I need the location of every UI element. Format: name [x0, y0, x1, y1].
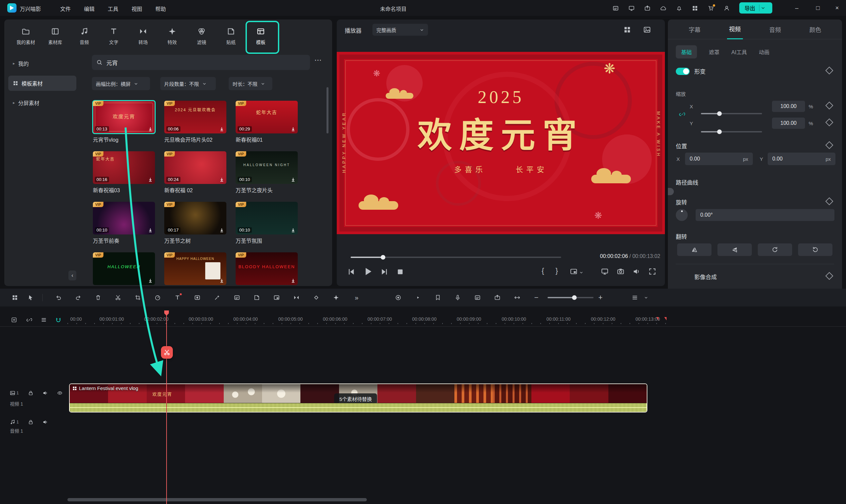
next-frame-button[interactable]: [381, 268, 388, 276]
rotate-value[interactable]: 0.00°: [695, 209, 834, 221]
template-card[interactable]: 欢度元宵 VIP 00:13 元宵节vlog: [93, 101, 155, 143]
text-tool-icon[interactable]: [172, 292, 183, 303]
pos-x-input[interactable]: 0.00px: [685, 152, 753, 165]
scale-y-slider[interactable]: [701, 131, 762, 132]
account-icon[interactable]: [722, 3, 732, 13]
template-thumbnail[interactable]: VIP00:10: [93, 202, 155, 234]
template-thumbnail[interactable]: 蛇年大吉VIP00:16: [93, 151, 155, 184]
cart-icon[interactable]: [706, 3, 716, 13]
tab-transitions[interactable]: 转场: [129, 23, 157, 51]
chevron-down-icon[interactable]: [640, 292, 652, 303]
tab-color[interactable]: 颜色: [807, 20, 823, 39]
crop-icon[interactable]: [132, 292, 143, 303]
speech-to-text-icon[interactable]: [472, 292, 483, 303]
timeline-clip[interactable]: Lantern Festival event vlog 欢度元宵 5个素材待替换: [69, 383, 647, 413]
media-grid-icon[interactable]: [9, 292, 20, 303]
keyframe-icon[interactable]: [311, 292, 322, 303]
marker-icon[interactable]: [432, 292, 443, 303]
filter-aspect-ratio[interactable]: 画幅比例：横屏: [92, 77, 150, 90]
keyframe-diamond-icon[interactable]: [825, 141, 833, 149]
mark-out-button[interactable]: }: [556, 267, 558, 275]
track-manager-icon[interactable]: [629, 292, 640, 303]
notifications-icon[interactable]: [674, 3, 684, 13]
preview-clip-icon[interactable]: [412, 292, 424, 303]
scale-y-value[interactable]: 100.00: [772, 118, 805, 129]
snapshot-icon[interactable]: [617, 268, 624, 275]
fit-timeline-icon[interactable]: [512, 292, 523, 303]
download-icon[interactable]: [290, 126, 296, 132]
menu-edit[interactable]: 编辑: [84, 5, 94, 13]
play-button[interactable]: [363, 267, 373, 276]
scale-x-slider[interactable]: [701, 113, 762, 114]
speed-icon[interactable]: [152, 292, 163, 303]
download-icon[interactable]: [219, 278, 224, 283]
auto-ripple-icon[interactable]: [24, 315, 34, 324]
redo-icon[interactable]: [73, 292, 84, 303]
tab-video[interactable]: 视频: [727, 19, 743, 39]
flip-vertical-button[interactable]: [718, 244, 752, 256]
caption-icon[interactable]: [231, 292, 243, 303]
tab-text[interactable]: 文字: [100, 23, 128, 51]
template-thumbnail[interactable]: VIP00:24: [164, 151, 226, 184]
maximize-button[interactable]: □: [813, 3, 823, 13]
export-button[interactable]: 导出: [739, 2, 772, 14]
search-input[interactable]: [106, 59, 292, 66]
ai-cutout-icon[interactable]: [211, 292, 223, 303]
playback-progress-bar[interactable]: [351, 257, 561, 258]
hide-track-icon[interactable]: [57, 390, 63, 396]
template-card[interactable]: BLOODY HALLOWEENVIP: [236, 252, 298, 285]
delete-icon[interactable]: [92, 292, 104, 303]
template-thumbnail[interactable]: VIP00:10: [236, 202, 298, 234]
quality-dropdown[interactable]: 完整画质: [372, 24, 428, 36]
layout-grid-icon[interactable]: [623, 26, 631, 33]
keyframe-diamond-icon[interactable]: [825, 102, 833, 109]
preview-canvas[interactable]: ❋ ❋ ❋ 2025 欢度元宵 多喜乐长平安 HAPPY NEW YEAR MA…: [337, 52, 665, 234]
playhead-line[interactable]: [166, 312, 167, 504]
more-options-icon[interactable]: ⋯: [314, 56, 321, 65]
screen-record-icon[interactable]: [393, 292, 404, 303]
volume-icon[interactable]: [633, 268, 640, 275]
mute-icon[interactable]: [42, 390, 48, 396]
effects-tool-icon[interactable]: [331, 292, 342, 303]
subtab-ai-tools[interactable]: AI工具: [731, 48, 747, 56]
keyframe-diamond-icon[interactable]: [825, 197, 833, 205]
template-thumbnail[interactable]: 欢度元宵 VIP 00:13: [93, 101, 155, 133]
keyframe-diamond-icon[interactable]: [825, 118, 833, 126]
timeline-ruler[interactable]: 00:00 00:00:01:00 00:00:02:00 00:00:03:0…: [0, 312, 846, 327]
compare-view-icon[interactable]: [570, 268, 577, 275]
scale-x-value[interactable]: 100.00: [772, 101, 805, 112]
template-card[interactable]: VIP00:17 万圣节之树: [164, 202, 226, 245]
download-icon[interactable]: [290, 278, 296, 283]
lock-icon[interactable]: [28, 390, 33, 396]
export-frame-icon[interactable]: [492, 292, 503, 303]
download-icon[interactable]: [148, 177, 153, 182]
filter-clip-count[interactable]: 片段数量：不限: [160, 77, 216, 90]
mute-icon[interactable]: [42, 419, 48, 425]
tab-stock-media[interactable]: 素材库: [41, 23, 69, 51]
tab-templates[interactable]: 模板: [247, 23, 275, 51]
keyframe-diamond-icon[interactable]: [825, 66, 833, 74]
mask-icon[interactable]: [192, 292, 203, 303]
progress-handle[interactable]: [381, 255, 385, 259]
stop-button[interactable]: [396, 268, 404, 276]
lock-icon[interactable]: [28, 419, 33, 425]
display-device-icon[interactable]: [601, 268, 609, 275]
download-icon[interactable]: [219, 228, 224, 233]
template-card[interactable]: 蛇年大吉VIP00:16 新春祝福03: [93, 151, 155, 194]
tab-subtitles[interactable]: 字幕: [687, 20, 703, 39]
transition-tool-icon[interactable]: [291, 292, 302, 303]
rotate-cw-button[interactable]: [798, 244, 832, 256]
track-list-icon[interactable]: [39, 315, 48, 324]
menu-view[interactable]: 视图: [131, 5, 142, 13]
save-icon[interactable]: [642, 3, 652, 13]
tab-stickers[interactable]: 贴纸: [217, 23, 245, 51]
zoom-slider[interactable]: [548, 297, 594, 298]
template-thumbnail[interactable]: HALLOWEENVIP: [93, 252, 155, 285]
template-thumbnail[interactable]: 2024 元旦联欢晚会VIP00:06: [164, 101, 226, 133]
subtab-animation[interactable]: 动画: [759, 48, 769, 56]
menu-tools[interactable]: 工具: [108, 5, 118, 13]
subtab-basic[interactable]: 基础: [676, 45, 697, 58]
flip-horizontal-button[interactable]: [677, 244, 711, 256]
rotation-dial[interactable]: [676, 209, 688, 221]
playhead-split-button[interactable]: [161, 346, 173, 359]
